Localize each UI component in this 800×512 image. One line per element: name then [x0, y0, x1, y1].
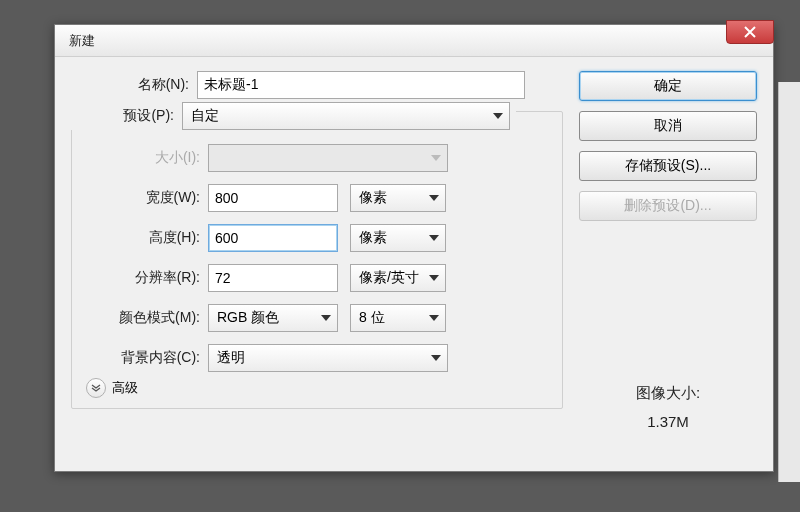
close-icon — [744, 26, 756, 38]
colormode-value: RGB 颜色 — [217, 309, 279, 327]
width-label: 宽度(W): — [82, 189, 208, 207]
bitdepth-value: 8 位 — [359, 309, 385, 327]
size-row: 大小(I): — [82, 144, 552, 172]
cancel-button[interactable]: 取消 — [579, 111, 757, 141]
advanced-row: 高级 — [86, 378, 552, 398]
chevron-down-icon — [429, 195, 439, 201]
resolution-unit-value: 像素/英寸 — [359, 269, 419, 287]
width-row: 宽度(W): 像素 — [82, 184, 552, 212]
advanced-expand-button[interactable] — [86, 378, 106, 398]
preset-value: 自定 — [191, 107, 219, 125]
dialog-body: 名称(N): 预设(P): 自定 大小(I): — [55, 57, 773, 452]
background-select[interactable]: 透明 — [208, 344, 448, 372]
preset-legend: 预设(P): 自定 — [68, 102, 516, 130]
resolution-unit-select[interactable]: 像素/英寸 — [350, 264, 446, 292]
titlebar[interactable]: 新建 — [55, 25, 773, 57]
background-label: 背景内容(C): — [82, 349, 208, 367]
ok-button[interactable]: 确定 — [579, 71, 757, 101]
chevrons-down-icon — [91, 383, 101, 393]
height-unit-select[interactable]: 像素 — [350, 224, 446, 252]
width-unit-value: 像素 — [359, 189, 387, 207]
name-input[interactable] — [197, 71, 525, 99]
resolution-label: 分辨率(R): — [82, 269, 208, 287]
chevron-down-icon — [321, 315, 331, 321]
height-label: 高度(H): — [82, 229, 208, 247]
image-size-label: 图像大小: — [579, 379, 757, 408]
close-button[interactable] — [726, 20, 774, 44]
dialog-title: 新建 — [69, 32, 95, 50]
size-select — [208, 144, 448, 172]
width-input[interactable] — [208, 184, 338, 212]
save-preset-button[interactable]: 存储预设(S)... — [579, 151, 757, 181]
button-column: 确定 取消 存储预设(S)... 删除预设(D)... 图像大小: 1.37M — [579, 71, 757, 436]
name-label: 名称(N): — [71, 76, 197, 94]
size-label: 大小(I): — [82, 149, 208, 167]
new-document-dialog: 新建 名称(N): 预设(P): 自定 大小 — [54, 24, 774, 472]
background-value: 透明 — [217, 349, 245, 367]
delete-preset-button: 删除预设(D)... — [579, 191, 757, 221]
advanced-label: 高级 — [112, 379, 138, 397]
preset-fieldset: 预设(P): 自定 大小(I): 宽度 — [71, 111, 563, 409]
chevron-down-icon — [493, 113, 503, 119]
chevron-down-icon — [429, 235, 439, 241]
chevron-down-icon — [429, 275, 439, 281]
background-row: 背景内容(C): 透明 — [82, 344, 552, 372]
form-column: 名称(N): 预设(P): 自定 大小(I): — [71, 71, 563, 436]
chevron-down-icon — [431, 155, 441, 161]
right-panel-hint — [778, 82, 800, 482]
chevron-down-icon — [429, 315, 439, 321]
resolution-input[interactable] — [208, 264, 338, 292]
colormode-row: 颜色模式(M): RGB 颜色 8 位 — [82, 304, 552, 332]
name-row: 名称(N): — [71, 71, 563, 99]
image-size-info: 图像大小: 1.37M — [579, 379, 757, 436]
preset-label: 预设(P): — [74, 107, 182, 125]
preset-inner: 大小(I): 宽度(W): 像素 — [82, 144, 552, 398]
resolution-row: 分辨率(R): 像素/英寸 — [82, 264, 552, 292]
colormode-label: 颜色模式(M): — [82, 309, 208, 327]
colormode-select[interactable]: RGB 颜色 — [208, 304, 338, 332]
height-unit-value: 像素 — [359, 229, 387, 247]
image-size-value: 1.37M — [579, 408, 757, 437]
width-unit-select[interactable]: 像素 — [350, 184, 446, 212]
height-input[interactable] — [208, 224, 338, 252]
preset-select[interactable]: 自定 — [182, 102, 510, 130]
chevron-down-icon — [431, 355, 441, 361]
height-row: 高度(H): 像素 — [82, 224, 552, 252]
bitdepth-select[interactable]: 8 位 — [350, 304, 446, 332]
